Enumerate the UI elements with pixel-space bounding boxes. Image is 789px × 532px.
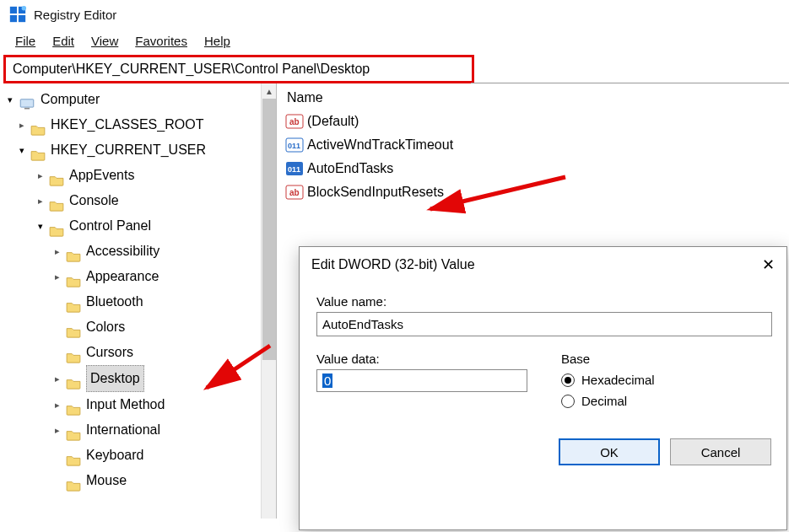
app-title: Registry Editor [34,8,116,22]
title-bar: Registry Editor [0,0,789,29]
tree-label: Mouse [86,468,127,493]
tree-label: Desktop [86,365,144,392]
address-bar[interactable]: Computer\HKEY_CURRENT_USER\Control Panel… [3,55,474,83]
tree-node-hkcr[interactable]: ▸ HKEY_CLASSES_ROOT [0,112,276,137]
folder-icon [66,321,81,333]
folder-icon [49,195,64,207]
chevron-down-icon[interactable]: ▾ [3,87,17,112]
value-name-label: Value name: [316,294,770,309]
radio-hex[interactable]: Hexadecimal [561,373,770,387]
scroll-thumb[interactable] [262,99,276,360]
menu-favorites[interactable]: Favorites [130,32,192,50]
tree-label: HKEY_CURRENT_USER [51,137,206,163]
radio-dec[interactable]: Decimal [561,394,770,408]
tree-label: Bluetooth [86,289,143,314]
svg-rect-5 [20,99,34,107]
tree-node-appearance[interactable]: ▸Appearance [0,264,276,289]
folder-icon [49,169,64,181]
value-row-default[interactable]: ab (Default) [285,110,789,133]
value-data-input[interactable]: 0 [316,369,527,392]
radio-dec-label: Decimal [581,394,627,408]
tree-label: Cursors [86,340,133,365]
svg-text:ab: ab [289,117,300,126]
tree-node-keyboard[interactable]: Keyboard [0,443,276,468]
dialog-title: Edit DWORD (32-bit) Value [311,257,475,272]
dword-value-icon: 011 [285,160,304,177]
edit-dword-dialog: Edit DWORD (32-bit) Value ✕ Value name: … [299,246,787,530]
tree-panel: ▾ Computer ▸ HKEY_CLASSES_ROOT ▾ HKEY_CU… [0,83,277,519]
svg-rect-6 [24,108,30,110]
value-row-activewnd[interactable]: 011 ActiveWndTrackTimeout [285,133,789,157]
value-name-input[interactable] [316,312,772,336]
folder-icon [66,373,81,384]
tree-node-bluetooth[interactable]: Bluetooth [0,289,276,314]
tree-node-controlpanel[interactable]: ▾Control Panel [0,213,276,239]
ok-button[interactable]: OK [559,438,660,465]
close-icon[interactable]: ✕ [762,255,775,274]
chevron-down-icon[interactable]: ▾ [15,137,29,163]
menu-file[interactable]: File [10,32,41,50]
chevron-right-icon[interactable]: ▸ [51,366,64,391]
menu-help[interactable]: Help [199,32,235,50]
string-value-icon: ab [285,184,304,201]
value-data-label: Value data: [316,352,527,366]
tree-node-console[interactable]: ▸Console [0,188,276,213]
tree-scrollbar[interactable]: ▲ [261,83,276,519]
value-row-autoendtasks[interactable]: 011 AutoEndTasks [285,157,789,180]
folder-icon [66,475,81,486]
chevron-right-icon[interactable]: ▸ [34,188,47,213]
chevron-right-icon[interactable]: ▸ [51,417,64,443]
tree-label: Console [69,188,119,213]
tree-node-desktop[interactable]: ▸Desktop [0,365,276,392]
dword-value-icon: 011 [285,137,304,153]
base-label: Base [561,352,770,366]
tree-node-inputmethod[interactable]: ▸Input Method [0,392,276,417]
address-path: Computer\HKEY_CURRENT_USER\Control Panel… [13,62,370,76]
svg-rect-0 [10,7,17,13]
svg-point-4 [22,6,27,10]
svg-text:011: 011 [288,165,300,174]
folder-icon [66,245,81,257]
value-name: (Default) [307,110,359,133]
tree-node-international[interactable]: ▸International [0,417,276,443]
svg-rect-2 [10,15,17,22]
chevron-right-icon[interactable]: ▸ [51,392,64,417]
menu-edit[interactable]: Edit [47,32,79,50]
column-header-name[interactable]: Name [285,87,789,110]
tree-node-accessibility[interactable]: ▸Accessibility [0,239,276,264]
regedit-icon [8,5,27,24]
value-name: BlockSendInputResets [307,180,444,204]
tree-node-hkcu[interactable]: ▾ HKEY_CURRENT_USER [0,137,276,163]
cancel-button[interactable]: Cancel [670,438,771,465]
tree-label: HKEY_CLASSES_ROOT [51,112,203,137]
radio-hex-label: Hexadecimal [581,373,655,387]
svg-text:ab: ab [289,188,300,197]
string-value-icon: ab [285,113,304,130]
folder-icon [66,449,81,461]
tree-node-cursors[interactable]: Cursors [0,340,276,365]
folder-icon [30,119,46,131]
tree-label: Keyboard [86,443,144,468]
folder-icon [30,144,46,156]
chevron-right-icon[interactable]: ▸ [51,239,64,264]
tree-node-appevents[interactable]: ▸AppEvents [0,163,276,188]
value-row-blocksend[interactable]: ab BlockSendInputResets [285,180,789,204]
tree-label: Accessibility [86,239,159,264]
chevron-down-icon[interactable]: ▾ [34,213,47,239]
folder-icon [66,296,81,308]
radio-icon [561,373,575,387]
tree-node-computer[interactable]: ▾ Computer [0,87,276,112]
tree-label: Appearance [86,264,159,289]
scroll-up-icon[interactable]: ▲ [262,83,277,99]
tree-node-mouse[interactable]: Mouse [0,468,276,493]
tree-node-colors[interactable]: Colors [0,314,276,340]
value-name: ActiveWndTrackTimeout [307,133,453,157]
tree-label: Colors [86,314,125,340]
chevron-right-icon[interactable]: ▸ [51,264,64,289]
chevron-right-icon[interactable]: ▸ [15,112,29,137]
menu-view[interactable]: View [86,32,123,50]
folder-icon [49,220,64,232]
tree-label: Control Panel [69,213,151,239]
svg-rect-3 [19,15,25,22]
chevron-right-icon[interactable]: ▸ [34,163,47,188]
